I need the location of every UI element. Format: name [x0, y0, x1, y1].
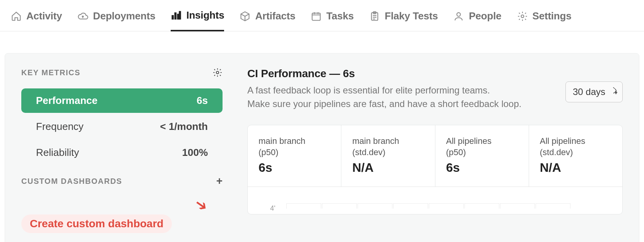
stat-value: 6s: [446, 161, 518, 175]
chart-gridline: [322, 203, 357, 209]
clipboard-icon: [369, 11, 380, 22]
nav-label: Tasks: [326, 10, 354, 22]
add-dashboard-button[interactable]: +: [216, 176, 223, 187]
nav-item-deployments[interactable]: Deployments: [77, 10, 155, 31]
chart-gridline: [500, 203, 535, 209]
stat-all-stddev: All pipelines (std.dev) N/A: [529, 125, 622, 187]
nav-label: Insights: [186, 9, 224, 21]
calendar-icon: [311, 11, 322, 22]
chart-gridline: [536, 203, 570, 209]
nav-label: Activity: [26, 10, 62, 22]
insights-panel: KEY METRICS Performance 6s Frequency < 1…: [5, 53, 639, 242]
nav-label: Artifacts: [255, 10, 295, 22]
stat-main-p50: main branch (p50) 6s: [248, 125, 341, 187]
page-title: CI Performance — 6s: [247, 67, 521, 80]
nav-item-flaky-tests[interactable]: Flaky Tests: [369, 10, 438, 31]
metric-performance[interactable]: Performance 6s: [21, 88, 223, 113]
stat-all-p50: All pipelines (p50) 6s: [435, 125, 529, 187]
nav-item-insights[interactable]: Insights: [171, 9, 224, 31]
stat-label: main branch (p50): [259, 135, 330, 158]
date-range-select[interactable]: 30 days: [565, 81, 623, 102]
nav-item-people[interactable]: People: [453, 10, 501, 31]
svg-rect-4: [312, 13, 320, 20]
person-icon: [453, 11, 464, 22]
chart-gridline: [429, 203, 464, 209]
range-select-wrap: 30 days ▴▾: [565, 67, 623, 102]
svg-point-8: [521, 15, 524, 17]
chart-gridline: [358, 203, 392, 209]
metric-label: Performance: [36, 95, 98, 107]
nav-label: Flaky Tests: [385, 10, 438, 22]
key-metrics-header: KEY METRICS: [21, 67, 223, 78]
metric-value: 6s: [197, 95, 208, 107]
nav-item-artifacts[interactable]: Artifacts: [240, 10, 295, 31]
custom-dashboards-title: CUSTOM DASHBOARDS: [21, 177, 122, 186]
key-metrics-title: KEY METRICS: [21, 68, 80, 77]
chart-area: 4': [248, 187, 622, 214]
svg-point-7: [457, 12, 461, 16]
stat-value: N/A: [352, 161, 424, 175]
top-nav: Activity Deployments Insights Artifacts …: [0, 0, 644, 31]
cloud-icon: [77, 11, 88, 22]
page-description: A fast feedback loop is essential for el…: [247, 84, 521, 111]
stat-value: 6s: [259, 161, 330, 175]
metrics-settings-button[interactable]: [212, 67, 223, 78]
main-content: CI Performance — 6s A fast feedback loop…: [247, 67, 623, 233]
metric-label: Frequency: [36, 121, 84, 133]
stat-label: main branch (std.dev): [352, 135, 424, 158]
metric-value: < 1/month: [160, 121, 208, 133]
metric-value: 100%: [182, 147, 208, 159]
svg-point-9: [216, 71, 219, 74]
annotation-arrow: ➔: [192, 195, 211, 216]
svg-rect-3: [180, 11, 181, 19]
nav-item-tasks[interactable]: Tasks: [311, 10, 354, 31]
svg-rect-1: [175, 13, 176, 19]
home-icon: [11, 11, 22, 22]
stat-label: All pipelines (p50): [446, 135, 518, 158]
chart-gridline: [393, 203, 428, 209]
stat-main-stddev: main branch (std.dev) N/A: [341, 125, 435, 187]
annotation-callout: Create custom dashboard: [21, 214, 172, 233]
custom-dashboards-header: CUSTOM DASHBOARDS +: [21, 176, 223, 187]
y-axis-tick: 4': [270, 204, 275, 213]
sidebar: KEY METRICS Performance 6s Frequency < 1…: [21, 67, 223, 233]
gear-icon: [212, 67, 223, 78]
svg-rect-0: [172, 16, 174, 19]
nav-item-settings[interactable]: Settings: [517, 10, 572, 31]
nav-label: Settings: [533, 10, 572, 22]
ci-header: CI Performance — 6s A fast feedback loop…: [247, 67, 623, 111]
nav-label: People: [469, 10, 501, 22]
metric-label: Reliability: [36, 147, 79, 159]
stats-row: main branch (p50) 6s main branch (std.de…: [248, 125, 622, 187]
metric-frequency[interactable]: Frequency < 1/month: [21, 114, 223, 139]
nav-label: Deployments: [93, 10, 155, 22]
chart-gridline: [286, 203, 321, 209]
nav-item-activity[interactable]: Activity: [11, 10, 62, 31]
package-icon: [240, 11, 250, 22]
stat-value: N/A: [540, 161, 611, 175]
chart-gridline: [464, 203, 499, 209]
bars-icon: [171, 10, 182, 21]
svg-rect-2: [178, 14, 179, 19]
metric-reliability[interactable]: Reliability 100%: [21, 140, 223, 165]
stats-card: main branch (p50) 6s main branch (std.de…: [247, 125, 623, 214]
stat-label: All pipelines (std.dev): [540, 135, 611, 158]
gear-icon: [517, 11, 528, 22]
